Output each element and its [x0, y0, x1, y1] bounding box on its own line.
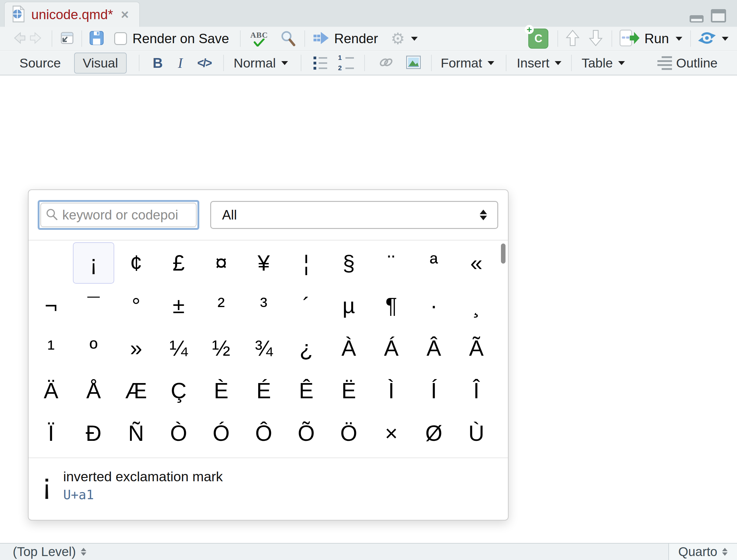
char-cell[interactable]: Æ [115, 370, 157, 411]
char-cell[interactable]: ¹ [30, 327, 72, 369]
render-on-save-checkbox[interactable] [114, 32, 127, 45]
bold-button[interactable]: B [153, 55, 163, 71]
char-cell[interactable]: ¤ [201, 242, 242, 284]
char-cell[interactable]: · [413, 285, 454, 326]
bullet-list-icon[interactable] [314, 57, 327, 70]
render-options-chevron-down-icon[interactable] [411, 37, 418, 41]
scope-selector[interactable]: (Top Level) [0, 544, 86, 559]
maximize-icon[interactable] [711, 9, 726, 22]
char-cell[interactable]: ´ [286, 285, 327, 326]
char-cell[interactable]: ³ [243, 285, 284, 326]
char-cell[interactable]: Ã [456, 327, 497, 369]
char-cell[interactable]: Ï [30, 413, 72, 454]
tab-unicode-qmd[interactable]: unicode.qmd* × [4, 2, 140, 27]
char-cell[interactable]: ¼ [158, 327, 199, 369]
char-cell[interactable]: Ø [413, 413, 454, 454]
run-chevron-down-icon[interactable] [676, 37, 682, 41]
char-cell[interactable]: ² [201, 285, 242, 326]
publish-chevron-down-icon[interactable] [722, 37, 728, 41]
main-toolbar: Render on Save ABC Render ⚙ C + [0, 27, 737, 51]
search-input[interactable] [62, 207, 178, 223]
char-cell[interactable]: ¢ [115, 242, 157, 284]
visual-mode-button[interactable]: Visual [74, 53, 126, 74]
code-button[interactable]: </> [197, 57, 211, 70]
filetype-selector[interactable]: Quarto [668, 544, 737, 560]
char-cell[interactable]: Õ [286, 413, 327, 454]
char-cell[interactable]: ¬ [30, 285, 72, 326]
publish-icon[interactable] [698, 31, 716, 47]
go-to-next-chunk-icon[interactable] [588, 29, 603, 48]
char-cell[interactable]: Á [370, 327, 412, 369]
selected-char-info: ¡ inverted exclamation mark U+a1 [29, 458, 508, 520]
char-cell[interactable]: ª [413, 242, 454, 284]
char-cell[interactable]: Ì [370, 370, 412, 411]
char-cell[interactable]: Ò [158, 413, 199, 454]
char-cell[interactable]: Ö [328, 413, 369, 454]
outline-toggle[interactable]: Outline [657, 56, 718, 71]
char-cell[interactable]: È [201, 370, 242, 411]
format-menu[interactable]: Format [441, 56, 494, 71]
render-button[interactable]: Render [314, 31, 378, 46]
table-menu[interactable]: Table [581, 56, 625, 71]
paragraph-style-select[interactable]: Normal [234, 56, 288, 71]
char-cell[interactable]: ¨ [370, 242, 412, 284]
filetype-label: Quarto [678, 544, 717, 559]
popout-icon[interactable] [60, 31, 74, 46]
char-cell[interactable]: Ð [73, 413, 114, 454]
char-cell[interactable]: ¶ [370, 285, 412, 326]
char-cell[interactable]: Ë [328, 370, 369, 411]
char-cell[interactable]: £ [158, 242, 199, 284]
char-cell[interactable]: Ñ [115, 413, 157, 454]
char-cell[interactable]: ¸ [456, 285, 497, 326]
close-icon[interactable]: × [121, 8, 129, 21]
char-cell[interactable]: ± [158, 285, 199, 326]
insert-chunk-button[interactable]: C + [528, 29, 548, 49]
char-cell[interactable]: ½ [201, 327, 242, 369]
char-cell[interactable]: Ê [286, 370, 327, 411]
settings-gear-icon[interactable]: ⚙ [391, 31, 405, 47]
char-cell[interactable]: Â [413, 327, 454, 369]
char-cell[interactable]: ¡ [73, 242, 114, 284]
back-icon[interactable] [12, 32, 26, 46]
numbered-list-icon[interactable]: 1 2 [338, 54, 354, 71]
char-cell[interactable]: Í [413, 370, 454, 411]
char-cell[interactable]: ¿ [286, 327, 327, 369]
forward-icon[interactable] [29, 32, 43, 46]
char-cell[interactable]: Î [456, 370, 497, 411]
char-cell[interactable] [30, 242, 72, 284]
visual-editor-canvas[interactable]: All ¡¢£¤¥¦§¨ª«¬¯°±²³´µ¶·¸¹º»¼½¾¿ÀÁÂÃÄÅÆÇ… [0, 76, 737, 543]
link-icon[interactable] [377, 56, 394, 70]
char-cell[interactable]: Ó [201, 413, 242, 454]
char-cell[interactable]: ¯ [73, 285, 114, 326]
search-document-icon[interactable] [280, 30, 296, 47]
image-icon[interactable] [406, 56, 421, 70]
char-cell[interactable]: ¾ [243, 327, 284, 369]
char-cell[interactable]: ¦ [286, 242, 327, 284]
char-cell[interactable]: º [73, 327, 114, 369]
save-icon[interactable] [89, 31, 104, 47]
char-cell[interactable]: À [328, 327, 369, 369]
char-cell[interactable]: § [328, 242, 369, 284]
run-button[interactable]: Run [619, 29, 682, 48]
char-cell[interactable]: Ä [30, 370, 72, 411]
grid-scrollbar-thumb[interactable] [501, 244, 505, 264]
insert-menu[interactable]: Insert [517, 56, 562, 71]
italic-button[interactable]: I [178, 55, 183, 71]
source-mode-button[interactable]: Source [19, 56, 61, 71]
char-cell[interactable]: × [370, 413, 412, 454]
char-cell[interactable]: Å [73, 370, 114, 411]
spellcheck-button[interactable]: ABC [247, 31, 271, 47]
char-cell[interactable]: É [243, 370, 284, 411]
char-cell[interactable]: « [456, 242, 497, 284]
render-on-save-toggle[interactable]: Render on Save [114, 31, 229, 46]
minimize-icon[interactable] [690, 15, 704, 22]
go-to-previous-chunk-icon[interactable] [565, 29, 580, 48]
char-cell[interactable]: µ [328, 285, 369, 326]
char-cell[interactable]: » [115, 327, 157, 369]
char-cell[interactable]: ° [115, 285, 157, 326]
block-filter-select[interactable]: All [210, 201, 498, 229]
char-cell[interactable]: Ô [243, 413, 284, 454]
char-cell[interactable]: ¥ [243, 242, 284, 284]
char-cell[interactable]: Ç [158, 370, 199, 411]
char-cell[interactable]: Ù [456, 413, 497, 454]
